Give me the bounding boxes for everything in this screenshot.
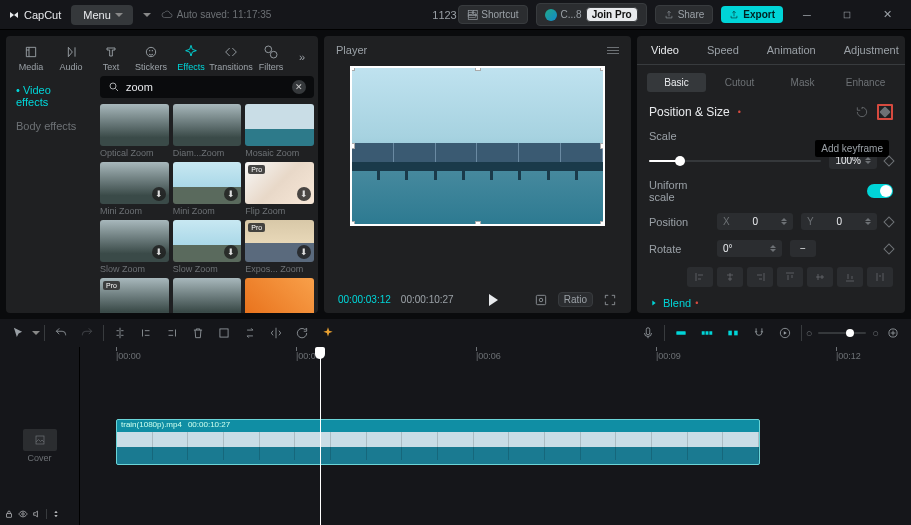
align-left-icon[interactable] [687,267,713,287]
effect-thumbnail[interactable]: ⬇Slow Zoom [100,220,169,274]
inspector-subtab-cutout[interactable]: Cutout [710,73,769,92]
join-pro-button[interactable]: Join Pro [586,7,638,22]
ratio-button[interactable]: Ratio [558,292,593,307]
inspector-subtab-mask[interactable]: Mask [773,73,832,92]
rotate-keyframe-icon[interactable] [883,243,894,254]
rotate-field[interactable]: 0° [717,240,782,257]
preview-toggle-icon[interactable] [773,322,797,344]
effect-thumbnail[interactable] [245,278,314,313]
media-tab-stickers[interactable]: Stickers [132,42,170,74]
minimize-button[interactable]: ─ [791,0,823,30]
menu-button[interactable]: Menu [71,5,133,25]
zoom-fit-icon[interactable] [881,322,905,344]
media-tab-filters[interactable]: Filters [252,42,290,74]
delete-left-icon[interactable] [134,322,158,344]
timeline-zoom-slider[interactable] [818,332,866,334]
track-fit-icon[interactable] [721,322,745,344]
history-chevron-icon[interactable] [143,13,151,17]
video-preview[interactable] [350,66,605,226]
play-button[interactable] [489,294,498,306]
inspector-tab-animation[interactable]: Animation [753,36,830,64]
clear-search-button[interactable]: ✕ [292,80,306,94]
undo-icon[interactable] [49,322,73,344]
effect-thumbnail[interactable]: ⬇Slow Zoom [173,220,242,274]
timeline[interactable]: |00:00|00:03|00:06|00:09|00:12 train(108… [80,347,911,525]
effect-thumbnail[interactable]: Pro⬇Expos... Zoom [245,220,314,274]
uniform-scale-label: Uniform scale [649,179,709,203]
blend-section[interactable]: Blend • [649,297,893,309]
inspector-tab-speed[interactable]: Speed [693,36,753,64]
maximize-button[interactable] [831,0,863,30]
redo-icon[interactable] [75,322,99,344]
lock-all-icon[interactable] [4,509,14,519]
position-keyframe-icon[interactable] [883,216,894,227]
inspector-subtab-enhance[interactable]: Enhance [836,73,895,92]
svg-point-8 [265,46,272,53]
align-right-icon[interactable] [747,267,773,287]
user-chip[interactable]: C...8 Join Pro [536,3,647,26]
zoom-in-icon[interactable]: ○ [872,327,879,339]
effect-thumbnail[interactable]: Optical Zoom [100,104,169,158]
effect-thumbnail[interactable] [173,278,242,313]
align-center-v-icon[interactable] [807,267,833,287]
fullscreen-icon[interactable] [603,293,617,307]
uniform-scale-toggle[interactable] [867,184,893,198]
effect-thumbnail[interactable]: Diam...Zoom [173,104,242,158]
scale-slider[interactable] [649,160,821,162]
collapse-tracks-icon[interactable] [51,509,61,519]
align-bottom-icon[interactable] [837,267,863,287]
media-tab-media[interactable]: Media [12,42,50,74]
video-clip[interactable]: train(1080p).mp400:00:10:27 [116,419,760,465]
layout-icon[interactable] [467,9,479,21]
auto-enhance-icon[interactable] [316,322,340,344]
mirror-icon[interactable] [264,322,288,344]
effect-thumbnail[interactable]: ⬇Mini Zoom [173,162,242,216]
mute-all-icon[interactable] [32,509,42,519]
preview-quality-icon[interactable] [534,293,548,307]
effect-thumbnail[interactable]: ⬇Mini Zoom [100,162,169,216]
select-tool-dropdown[interactable] [32,331,40,335]
effect-thumbnail[interactable]: Pro [100,278,169,313]
add-keyframe-button[interactable] [877,104,893,120]
export-button[interactable]: Export [721,6,783,23]
hide-all-icon[interactable] [18,509,28,519]
close-button[interactable]: ✕ [871,0,903,30]
reset-icon[interactable] [855,105,869,119]
more-tabs-icon[interactable]: » [292,42,312,72]
select-tool-icon[interactable] [6,322,30,344]
reverse-icon[interactable] [238,322,262,344]
align-top-icon[interactable] [777,267,803,287]
effect-thumbnail[interactable]: Pro⬇Flip Zoom [245,162,314,216]
snapping-icon[interactable] [747,322,771,344]
effect-thumbnail[interactable]: Mosaic Zoom [245,104,314,158]
track-mode-icon[interactable] [695,322,719,344]
media-tab-audio[interactable]: Audio [52,42,90,74]
media-tab-text[interactable]: Text [92,42,130,74]
mic-icon[interactable] [636,322,660,344]
playhead[interactable] [320,347,321,525]
cover-thumbnail[interactable] [23,429,57,451]
media-tab-effects[interactable]: Effects [172,42,210,74]
crop-icon[interactable] [212,322,236,344]
split-icon[interactable] [108,322,132,344]
distribute-icon[interactable] [867,267,893,287]
main-track-toggle-icon[interactable] [669,322,693,344]
position-x-field[interactable]: X0 [717,213,793,230]
search-field[interactable]: ✕ [100,76,314,98]
rotate-reset-button[interactable]: − [790,240,816,257]
inspector-tab-adjustment[interactable]: Adjustment [830,36,905,64]
inspector-tab-video[interactable]: Video [637,36,693,64]
delete-right-icon[interactable] [160,322,184,344]
search-input[interactable] [126,81,286,93]
effects-category[interactable]: Body effects [6,114,96,138]
zoom-out-icon[interactable]: ○ [806,327,813,339]
align-center-h-icon[interactable] [717,267,743,287]
share-button[interactable]: Share [655,5,714,24]
rotate-icon[interactable] [290,322,314,344]
media-tab-transitions[interactable]: Transitions [212,42,250,74]
effects-category[interactable]: • Video effects [6,78,96,114]
position-y-field[interactable]: Y0 [801,213,877,230]
inspector-subtab-basic[interactable]: Basic [647,73,706,92]
delete-icon[interactable] [186,322,210,344]
player-menu-icon[interactable] [607,47,619,54]
